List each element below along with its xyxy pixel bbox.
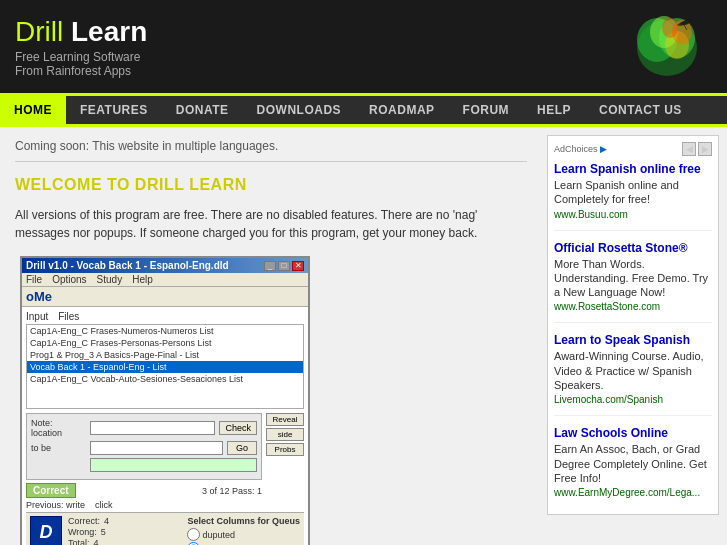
win-bottom: D Correct: 4 Wrong: 5 — [26, 512, 304, 545]
content: Coming soon: This website in multiple la… — [0, 127, 542, 545]
total-stat: Total: 4 — [68, 538, 181, 545]
note-row: Note: location Check — [31, 418, 257, 438]
prev-value: write — [66, 500, 85, 510]
win-title-text: Drill v1.0 - Vocab Back 1 - Espanol-Eng.… — [26, 260, 229, 271]
win-close[interactable]: ✕ — [292, 261, 304, 271]
ad-next-btn[interactable]: ▶ — [698, 142, 712, 156]
ad-desc-3: Earn An Assoc, Bach, or Grad Degree Comp… — [554, 442, 712, 485]
correct-stat-label: Correct: — [68, 516, 100, 526]
bottom-inner: D Correct: 4 Wrong: 5 — [30, 516, 300, 545]
ad-container: AdChoices ▶ ◀ ▶ Learn Spanish online fre… — [547, 135, 719, 515]
win-body: Input Files Cap1A-Eng_C Frases-Numeros-N… — [22, 307, 308, 545]
file-item-0[interactable]: Cap1A-Eng_C Frases-Numeros-Numeros List — [27, 325, 303, 337]
ad-url-3[interactable]: www.EarnMyDegree.com/Lega... — [554, 487, 712, 498]
input-label: Input — [26, 311, 48, 322]
menu-file[interactable]: File — [26, 274, 42, 285]
ad-title-0[interactable]: Learn Spanish online free — [554, 162, 712, 176]
to-be-label: to be — [31, 443, 86, 453]
nav-features[interactable]: FEATURES — [66, 96, 162, 124]
win-minimize[interactable]: _ — [264, 261, 276, 271]
ad-desc-1: More Than Words. Understanding. Free Dem… — [554, 257, 712, 300]
win-menubar: File Options Study Help — [22, 273, 308, 287]
total-stat-label: Total: — [68, 538, 90, 545]
fields-section: Note: location Check to be Go — [26, 413, 262, 480]
menu-study[interactable]: Study — [97, 274, 123, 285]
ad-desc-0: Learn Spanish online and Completely for … — [554, 178, 712, 207]
nav-roadmap[interactable]: ROADMAP — [355, 96, 449, 124]
nav: HOME FEATURES DONATE DOWNLOADS ROADMAP F… — [0, 93, 727, 127]
ad-item-0: Learn Spanish online free Learn Spanish … — [554, 162, 712, 231]
coming-soon-notice: Coming soon: This website in multiple la… — [15, 139, 527, 162]
file-item-2[interactable]: Prog1 & Prog_3 A Basics-Page-Final - Lis… — [27, 349, 303, 361]
menu-options[interactable]: Options — [52, 274, 86, 285]
file-item-3[interactable]: Vocab Back 1 - Espanol-Eng - List — [27, 361, 303, 373]
previous-row: Previous: write click — [26, 500, 262, 510]
quiz-main: Note: location Check to be Go — [26, 413, 262, 512]
radio-duputed-input[interactable] — [187, 528, 200, 541]
correct-stat: Correct: 4 — [68, 516, 181, 526]
ad-item-3: Law Schools Online Earn An Assoc, Bach, … — [554, 426, 712, 508]
counter-text: 3 of 12 Pass: 1 — [202, 486, 262, 496]
header-left: Drill Learn Free Learning Software From … — [15, 17, 147, 78]
ad-header: AdChoices ▶ ◀ ▶ — [554, 142, 712, 156]
ad-nav-btns: ◀ ▶ — [682, 142, 712, 156]
nav-contact[interactable]: CONTACT US — [585, 96, 696, 124]
correct-stat-value: 4 — [104, 516, 109, 526]
radio-duputed: duputed — [187, 528, 300, 541]
tagline: Free Learning Software — [15, 50, 147, 64]
note-input[interactable] — [90, 421, 215, 435]
ad-title-3[interactable]: Law Schools Online — [554, 426, 712, 440]
ad-item-1: Official Rosetta Stone® More Than Words.… — [554, 241, 712, 324]
wrong-stat-value: 5 — [101, 527, 106, 537]
ad-title-2[interactable]: Learn to Speak Spanish — [554, 333, 712, 347]
wrong-stat: Wrong: 5 — [68, 527, 181, 537]
select-area: Select Columns for Queus duputed Auto Se… — [187, 516, 300, 545]
ad-url-0[interactable]: www.Busuu.com — [554, 209, 712, 220]
status-row: Correct 3 of 12 Pass: 1 — [26, 483, 262, 498]
to-be-input[interactable] — [90, 441, 223, 455]
nav-donate[interactable]: DONATE — [162, 96, 243, 124]
app-screenshot: Drill v1.0 - Vocab Back 1 - Espanol-Eng.… — [20, 256, 310, 545]
ad-choices: AdChoices ▶ — [554, 144, 607, 154]
win-maximize[interactable]: □ — [278, 261, 290, 271]
ad-title-1[interactable]: Official Rosetta Stone® — [554, 241, 712, 255]
win-controls: _ □ ✕ — [264, 261, 304, 271]
toolbar-ome: oMe — [26, 289, 52, 304]
header-logo — [622, 10, 712, 85]
prev-answer: click — [95, 500, 113, 510]
main-section: Drill v1.0 - Vocab Back 1 - Espanol-Eng.… — [15, 256, 527, 545]
go-button[interactable]: Go — [227, 441, 257, 455]
win-toolbar: oMe — [22, 287, 308, 307]
note-label: Note: location — [31, 418, 86, 438]
check-button[interactable]: Check — [219, 421, 257, 435]
tagline2: From Rainforest Apps — [15, 64, 147, 78]
nav-home[interactable]: HOME — [0, 96, 66, 124]
reveal-button[interactable]: Reveal — [266, 413, 304, 426]
ad-desc-2: Award-Winning Course. Audio, Video & Pra… — [554, 349, 712, 392]
nav-help[interactable]: HELP — [523, 96, 585, 124]
wrong-stat-label: Wrong: — [68, 527, 97, 537]
side-button[interactable]: side — [266, 428, 304, 441]
nav-forum[interactable]: FORUM — [449, 96, 524, 124]
welcome-title: WELCOME TO DRILL LEARN — [15, 176, 527, 194]
probs-button[interactable]: Probs — [266, 443, 304, 456]
ad-url-1[interactable]: www.RosettaStone.com — [554, 301, 712, 312]
answer-row: estar — [31, 458, 257, 472]
files-label: Files — [58, 311, 79, 322]
file-item-1[interactable]: Cap1A-Eng_C Frases-Personas-Persons List — [27, 337, 303, 349]
files-list[interactable]: Cap1A-Eng_C Frases-Numeros-Numeros List … — [26, 324, 304, 409]
title-drill: Drill — [15, 16, 63, 47]
select-label: Select Columns for Queus — [187, 516, 300, 526]
prev-label: Previous: — [26, 500, 64, 510]
intro-text: All versions of this program are free. T… — [15, 206, 527, 242]
nav-downloads[interactable]: DOWNLOADS — [243, 96, 356, 124]
file-item-4[interactable]: Cap1A-Eng_C Vocab-Auto-Sesiones-Sesacion… — [27, 373, 303, 385]
ad-prev-btn[interactable]: ◀ — [682, 142, 696, 156]
files-label-row: Input Files — [26, 311, 304, 322]
win-titlebar: Drill v1.0 - Vocab Back 1 - Espanol-Eng.… — [22, 258, 308, 273]
ad-url-2[interactable]: Livemocha.com/Spanish — [554, 394, 712, 405]
header: Drill Learn Free Learning Software From … — [0, 0, 727, 93]
main: Coming soon: This website in multiple la… — [0, 127, 727, 545]
answer-input[interactable]: estar — [90, 458, 257, 472]
menu-help[interactable]: Help — [132, 274, 153, 285]
